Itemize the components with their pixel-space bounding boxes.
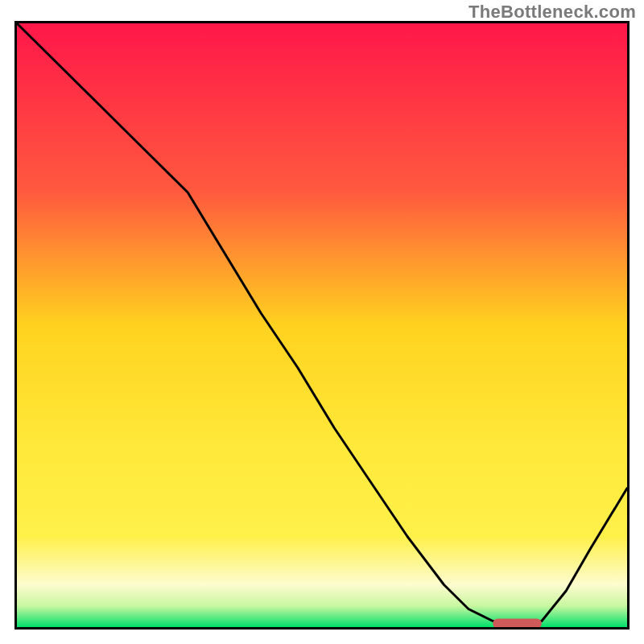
- optimal-range-marker: [493, 619, 542, 629]
- watermark-text: TheBottleneck.com: [469, 2, 636, 23]
- plot-area: [14, 21, 630, 630]
- chart-svg: [14, 21, 630, 630]
- chart-stage: TheBottleneck.com: [0, 0, 644, 644]
